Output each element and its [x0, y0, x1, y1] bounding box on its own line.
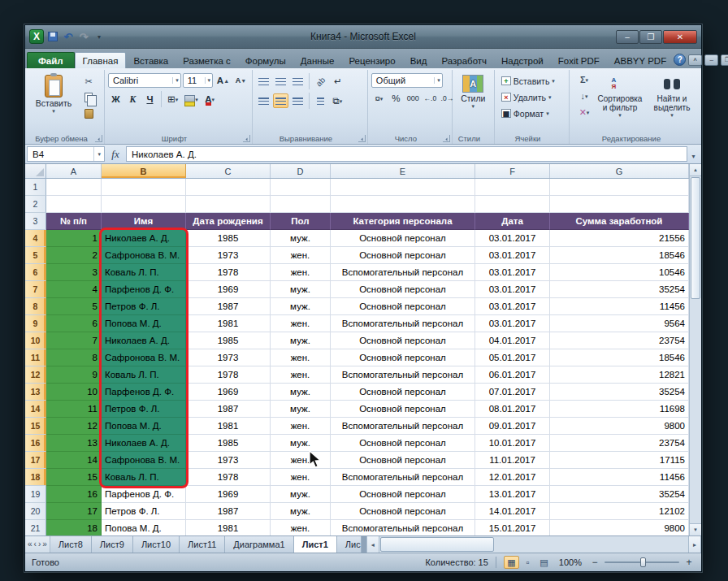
align-top-button[interactable]: [256, 74, 271, 89]
row-header-17[interactable]: 17: [25, 452, 46, 469]
vertical-scrollbar[interactable]: ▲ ▼: [689, 164, 701, 535]
sheet-tab-Лист8[interactable]: Лист8: [50, 536, 92, 553]
cell-D9[interactable]: жен.: [271, 315, 331, 332]
cell-F21[interactable]: 15.01.2017: [475, 520, 550, 535]
sheet-tab-Лист11[interactable]: Лист11: [180, 536, 225, 553]
ribbon-tab-Вставка[interactable]: Вставка: [126, 53, 176, 68]
column-header-B[interactable]: B: [102, 164, 186, 178]
ribbon-tab-Данные[interactable]: Данные: [293, 53, 342, 68]
ribbon-tab-ABBYY PDF[interactable]: ABBYY PDF: [607, 53, 674, 68]
cell-C19[interactable]: 1969: [186, 486, 271, 503]
row-header-5[interactable]: 5: [25, 247, 46, 264]
cell-D14[interactable]: муж.: [271, 401, 331, 418]
align-center-button[interactable]: [273, 93, 288, 108]
cell-B13[interactable]: Парфенов Д. Ф.: [102, 384, 186, 401]
horizontal-scroll-thumb[interactable]: [380, 537, 494, 552]
clear-button[interactable]: ✕▾: [576, 106, 592, 119]
cell-E5[interactable]: Основной персонал: [331, 247, 475, 264]
redo-button[interactable]: ↷: [77, 30, 90, 43]
cell-F9[interactable]: 03.01.2017: [475, 315, 550, 332]
maximize-button[interactable]: ❐: [639, 30, 662, 44]
cell-A17[interactable]: 14: [46, 452, 102, 469]
decrease-font-button[interactable]: А▼: [233, 73, 249, 88]
cell-G18[interactable]: 11456: [550, 469, 689, 486]
cell-C10[interactable]: 1985: [186, 332, 271, 349]
cell-F13[interactable]: 07.01.2017: [475, 384, 550, 401]
workbook-restore-button[interactable]: ❐: [721, 54, 728, 66]
row-header-16[interactable]: 16: [25, 435, 46, 452]
workbook-minimize-button[interactable]: –: [704, 54, 718, 66]
cell-E14[interactable]: Основной персонал: [331, 401, 475, 418]
collapse-ribbon-icon[interactable]: ˄: [688, 54, 702, 66]
cell-E20[interactable]: Основной персонал: [331, 503, 475, 520]
cell-B20[interactable]: Петров Ф. Л.: [102, 503, 186, 520]
cell-E13[interactable]: Основной персонал: [331, 384, 475, 401]
cell-C1[interactable]: [186, 179, 271, 196]
row-header-9[interactable]: 9: [25, 315, 46, 332]
cell-E2[interactable]: [331, 196, 475, 213]
cell-B4[interactable]: Николаев А. Д.: [102, 230, 186, 247]
cell-E12[interactable]: Вспомогательный персонал: [331, 366, 475, 384]
cell-B6[interactable]: Коваль Л. П.: [102, 264, 186, 281]
cell-C17[interactable]: 1973: [186, 452, 271, 469]
cell-A21[interactable]: 18: [46, 520, 102, 535]
last-sheet-icon[interactable]: »: [42, 540, 47, 548]
cell-B18[interactable]: Коваль Л. П.: [102, 469, 186, 486]
cell-A16[interactable]: 13: [46, 435, 102, 452]
cell-C2[interactable]: [186, 196, 271, 213]
cell-B1[interactable]: [102, 179, 186, 196]
cell-E21[interactable]: Вспомогательный персонал: [331, 520, 475, 535]
cell-C13[interactable]: 1969: [186, 384, 271, 401]
normal-view-button[interactable]: ▦: [504, 556, 519, 569]
cell-D18[interactable]: жен.: [271, 469, 331, 486]
row-header-20[interactable]: 20: [25, 503, 46, 520]
ribbon-tab-Рецензиро[interactable]: Рецензиро: [341, 53, 402, 68]
zoom-thumb[interactable]: [640, 557, 646, 567]
align-middle-button[interactable]: [273, 74, 288, 89]
cell-B2[interactable]: [102, 196, 186, 213]
increase-font-button[interactable]: А▲: [214, 73, 232, 88]
increase-decimal-button[interactable]: ←.0: [422, 91, 438, 106]
decrease-indent-button[interactable]: [313, 93, 328, 108]
cell-G3[interactable]: Сумма заработной: [550, 213, 689, 230]
number-format-select[interactable]: Общий▾: [371, 73, 443, 88]
borders-button[interactable]: ⊞▾: [165, 92, 180, 106]
column-header-C[interactable]: C: [186, 164, 271, 178]
cell-F10[interactable]: 04.01.2017: [475, 332, 550, 349]
cell-C3[interactable]: Дата рождения: [186, 213, 271, 230]
cell-D1[interactable]: [271, 179, 331, 196]
name-box-dropdown-icon[interactable]: ▾: [93, 147, 104, 161]
cell-D16[interactable]: муж.: [271, 435, 331, 452]
cell-C11[interactable]: 1973: [186, 349, 271, 366]
excel-logo-icon[interactable]: X: [29, 29, 44, 44]
cell-F6[interactable]: 03.01.2017: [475, 264, 550, 281]
delete-cells-button[interactable]: ×Удалить▾: [498, 89, 566, 105]
cell-E9[interactable]: Вспомогательный персонал: [331, 315, 475, 332]
cell-G5[interactable]: 18546: [550, 247, 689, 264]
zoom-in-button[interactable]: +: [683, 557, 695, 568]
paste-dropdown-icon[interactable]: ▾: [52, 108, 55, 114]
page-break-view-button[interactable]: ▤: [536, 556, 552, 569]
row-header-7[interactable]: 7: [25, 281, 46, 298]
cell-D2[interactable]: [271, 196, 331, 213]
fill-button[interactable]: ↓▾: [576, 89, 592, 102]
cell-G16[interactable]: 23754: [550, 435, 689, 452]
cell-A3[interactable]: № п/п: [46, 213, 102, 230]
number-dialog-launcher[interactable]: [443, 135, 450, 142]
cell-C14[interactable]: 1987: [186, 401, 271, 418]
column-header-A[interactable]: A: [46, 164, 102, 178]
cell-B5[interactable]: Сафронова В. М.: [102, 247, 186, 264]
cell-E17[interactable]: Основной персонал: [331, 452, 475, 469]
cell-G4[interactable]: 21556: [550, 230, 689, 247]
row-header-3[interactable]: 3: [25, 213, 46, 230]
font-dialog-launcher[interactable]: [243, 135, 250, 142]
cell-E15[interactable]: Вспомогательный персонал: [331, 418, 475, 435]
row-header-8[interactable]: 8: [25, 298, 46, 315]
cell-A8[interactable]: 5: [46, 298, 102, 315]
row-header-18[interactable]: 18: [25, 469, 46, 486]
align-left-button[interactable]: [256, 93, 271, 108]
thousands-button[interactable]: 000: [405, 91, 421, 106]
cell-F7[interactable]: 03.01.2017: [475, 281, 550, 298]
cell-C5[interactable]: 1973: [186, 247, 271, 264]
sheet-tab-Лист9[interactable]: Лист9: [92, 536, 133, 553]
